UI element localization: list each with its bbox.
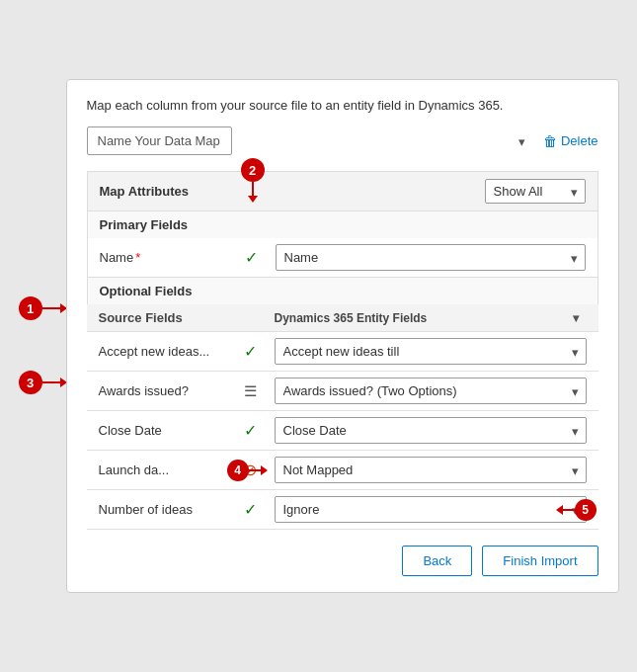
data-map-select[interactable]: Name Your Data Map	[87, 126, 232, 155]
data-map-row: Name Your Data Map 🗑 Delete	[87, 126, 598, 155]
primary-fields-label: Primary Fields	[100, 217, 189, 232]
name-target-wrapper: Name	[276, 244, 586, 271]
table-row: Launch da... ⊘ 4 Not Mapped	[87, 451, 598, 490]
primary-fields-section: Primary Fields	[87, 210, 598, 238]
optional-fields-section: Optional Fields	[87, 277, 598, 304]
awards-doc-icon: ☰	[235, 382, 267, 400]
name-source-label: Name*	[100, 250, 228, 265]
badge-1: 1	[19, 296, 42, 320]
badge-4: 4	[227, 460, 249, 481]
launch-target-wrapper: Not Mapped	[275, 457, 587, 483]
source-ideas: Number of ideas	[99, 502, 227, 517]
accept-check-icon: ✓	[235, 342, 267, 361]
map-attributes-label: Map Attributes	[100, 184, 190, 199]
name-target-select[interactable]: Name	[276, 244, 586, 271]
back-button[interactable]: Back	[402, 546, 472, 576]
name-field-row: Name* ✓ Name	[87, 238, 598, 277]
map-attributes-header: Map Attributes Show All Mapped Unmapped …	[87, 171, 598, 210]
delete-label: Delete	[561, 133, 598, 148]
footer-buttons: Back Finish Import	[87, 546, 598, 576]
name-check-icon: ✓	[236, 248, 268, 267]
close-target-wrapper: Close Date	[275, 417, 587, 444]
ideas-target-select[interactable]: Ignore	[275, 496, 587, 523]
close-target-select[interactable]: Close Date	[275, 417, 587, 444]
table-row: Accept new ideas... ✓ Accept new ideas t…	[87, 332, 598, 372]
data-map-select-wrapper: Name Your Data Map	[87, 126, 535, 155]
launch-target-select[interactable]: Not Mapped	[275, 457, 587, 483]
source-launch: Launch da...	[99, 462, 227, 477]
badge-2: 2	[241, 158, 265, 182]
source-close: Close Date	[99, 423, 227, 438]
close-check-icon: ✓	[235, 421, 267, 440]
show-all-wrapper: Show All Mapped Unmapped	[485, 179, 586, 204]
ideas-check-icon: ✓	[235, 500, 267, 519]
accept-target-select[interactable]: Accept new ideas till	[275, 338, 587, 365]
trash-icon: 🗑	[543, 133, 557, 149]
table-row: Close Date ✓ Close Date	[87, 411, 598, 451]
optional-table-header: Source Fields Dynamics 365 Entity Fields	[87, 304, 598, 332]
ideas-target-wrapper: Ignore 5	[275, 496, 587, 523]
source-fields-header: Source Fields	[99, 310, 227, 325]
badge-3: 3	[19, 371, 42, 394]
launch-warning-icon: ⊘ 4	[235, 461, 267, 479]
awards-target-select[interactable]: Awards issued? (Two Options)	[275, 378, 587, 404]
accept-target-wrapper: Accept new ideas till	[275, 338, 587, 365]
table-row: Number of ideas ✓ Ignore 5	[87, 490, 598, 530]
entity-fields-header: Dynamics 365 Entity Fields	[275, 311, 587, 325]
instruction-text: Map each column from your source file to…	[87, 98, 598, 113]
badge-5: 5	[575, 499, 597, 521]
required-star: *	[135, 250, 140, 265]
finish-import-button[interactable]: Finish Import	[482, 546, 597, 576]
optional-fields-label: Optional Fields	[100, 284, 193, 298]
import-card: Map each column from your source file to…	[66, 79, 619, 593]
awards-target-wrapper: Awards issued? (Two Options)	[275, 378, 587, 404]
source-accept: Accept new ideas...	[99, 344, 227, 359]
source-awards: Awards issued?	[99, 383, 227, 398]
show-all-select[interactable]: Show All Mapped Unmapped	[485, 179, 586, 204]
table-row: Awards issued? ☰ Awards issued? (Two Opt…	[87, 372, 598, 411]
delete-button[interactable]: 🗑 Delete	[543, 133, 598, 149]
